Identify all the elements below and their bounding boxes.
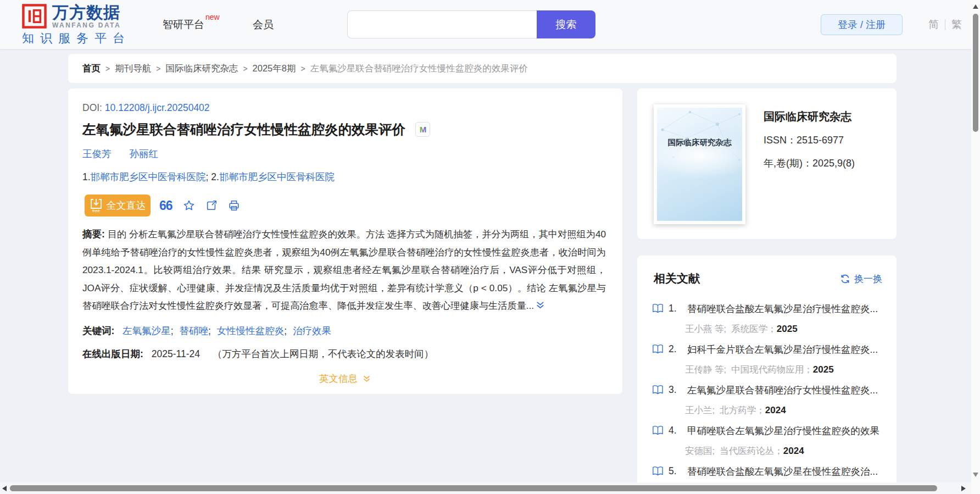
expand-abstract-icon[interactable] [535,298,545,317]
journal-cover-title: 国际临床研究杂志 [657,137,742,148]
publish-date-line: 在线出版日期: 2025-11-24 （万方平台首次上网日期，不代表论文的发表时… [82,347,433,360]
horizontal-scrollbar[interactable] [0,482,971,494]
medical-badge-icon[interactable]: M [415,122,430,137]
book-icon [652,466,664,476]
scroll-left-arrow[interactable] [2,486,7,491]
article-title-row: 左氧氟沙星联合替硝唑治疗女性慢性盆腔炎的效果评价 M [82,120,430,138]
vertical-scrollbar[interactable] [971,0,980,482]
related-articles-card: 相关文献 换一换 1.替硝唑联合盐酸左氧氟沙星治疗慢性盆腔炎...王小燕 等; … [637,256,897,494]
free-download-icon: free [90,198,103,213]
nav-member[interactable]: 会员 [253,0,274,49]
brand-name: 万方数据 [52,4,121,21]
affiliation-link[interactable]: 邯郸市肥乡区中医骨科医院 [219,171,335,182]
scrollbar-corner [971,482,980,494]
breadcrumb-issue[interactable]: 2025年8期 [253,63,296,75]
scroll-right-arrow[interactable] [961,486,966,491]
breadcrumb-home[interactable]: 首页 [82,63,101,75]
refresh-related-button[interactable]: 换一换 [840,273,882,285]
related-item: 3.左氧氟沙星联合替硝唑治疗女性慢性盆腔炎...王小兰; 北方药学；2024 [652,380,882,420]
publish-date-note: （万方平台首次上网日期，不代表论文的发表时间） [213,348,434,359]
nav-zhiyan-platform[interactable]: 智研平台 new [163,0,220,49]
brand-name-en: WANFANG DATA [52,21,121,29]
fulltext-button[interactable]: free 全文直达 [85,195,151,217]
related-item-title[interactable]: 妇科千金片联合左氧氟沙星治疗慢性盆腔炎... [687,343,882,356]
english-info-toggle[interactable]: 英文信息 [68,372,622,385]
keywords-line: 关键词: 左氧氟沙星; 替硝唑; 女性慢性盆腔炎; 治疗效果 [82,324,331,337]
related-item-meta: 王小燕 等; 系统医学；2025 [685,319,882,339]
favorite-star-icon[interactable] [183,199,195,212]
doi-link[interactable]: 10.12208/j.ijcr.20250402 [105,102,210,113]
svg-text:free: free [92,208,100,213]
related-item-meta: 王传静 等; 中国现代药物应用；2025 [685,359,882,380]
search-bar: 搜索 [347,10,595,38]
affiliation-number: 1. [82,171,91,182]
journal-name[interactable]: 国际临床研究杂志 [764,109,851,124]
keyword-link[interactable]: 替硝唑 [179,325,208,336]
journal-volume: 年,卷(期)：2025,9(8) [764,157,855,170]
publish-date: 2025-11-24 [152,348,200,359]
header: 万方数据 WANFANG DATA 知识服务平台 智研平台 new 会员 搜索 … [0,0,971,49]
login-register-button[interactable]: 登录 / 注册 [821,14,903,35]
vertical-scroll-thumb[interactable] [973,14,978,132]
scroll-up-arrow[interactable] [973,4,978,9]
breadcrumb: 首页 > 期刊导航 > 国际临床研究杂志 > 2025年8期 > 左氧氟沙星联合… [68,54,897,83]
abstract-label: 摘要: [82,229,105,240]
doi-line: DOI: 10.12208/j.ijcr.20250402 [82,102,210,114]
search-input[interactable] [347,10,537,38]
affiliation-separator: ; [206,171,211,182]
breadcrumb-separator: > [156,64,160,73]
affiliation-link[interactable]: 邯郸市肥乡区中医骨科医院 [91,171,206,182]
affiliation-list: 1.邯郸市肥乡区中医骨科医院; 2.邯郸市肥乡区中医骨科医院 [82,170,335,184]
book-icon [652,303,664,314]
article-actions: free 全文直达 66 [85,195,240,217]
publish-date-label: 在线出版日期: [82,348,143,359]
brand-tagline: 知识服务平台 [22,30,137,47]
refresh-icon [840,274,850,284]
book-icon [652,425,664,436]
related-title: 相关文献 [654,271,700,286]
related-item: 1.替硝唑联合盐酸左氧氟沙星治疗慢性盆腔炎...王小燕 等; 系统医学；2025 [652,298,882,339]
author-link[interactable]: 孙丽红 [129,148,158,159]
related-list: 1.替硝唑联合盐酸左氧氟沙星治疗慢性盆腔炎...王小燕 等; 系统医学；2025… [652,298,882,481]
related-item: 5.替硝唑联合盐酸左氧氟沙星在慢性盆腔炎治... [652,461,882,481]
horizontal-scroll-thumb[interactable] [10,485,937,491]
keyword-link[interactable]: 左氧氟沙星 [122,325,171,336]
chevron-down-icon [362,374,371,384]
breadcrumb-journal[interactable]: 国际临床研究杂志 [165,63,238,75]
related-item: 4.甲硝唑联合左氧氟沙星治疗慢性盆腔炎的效果安德国; 当代医药论丛；2024 [652,420,882,461]
scroll-down-arrow[interactable] [973,473,978,477]
related-item-title[interactable]: 替硝唑联合盐酸左氧氟沙星治疗慢性盆腔炎... [687,302,882,315]
keyword-link[interactable]: 女性慢性盆腔炎 [217,325,285,336]
book-icon [652,344,664,354]
svg-text:M: M [419,125,426,134]
lang-traditional[interactable]: 繁 [951,18,962,32]
related-item-title[interactable]: 甲硝唑联合左氧氟沙星治疗慢性盆腔炎的效果 [687,424,882,437]
related-item-meta: 安德国; 当代医药论丛；2024 [685,441,882,461]
related-item-title[interactable]: 左氧氟沙星联合替硝唑治疗女性慢性盆腔炎... [687,384,882,397]
author-link[interactable]: 王俊芳 [82,148,112,159]
search-button[interactable]: 搜索 [537,10,595,38]
lang-simplified[interactable]: 简 [928,18,939,32]
wanfang-logo-icon [22,4,47,29]
breadcrumb-current: 左氧氟沙星联合替硝唑治疗女性慢性盆腔炎的效果评价 [310,63,528,75]
wanfang-logo[interactable]: 万方数据 WANFANG DATA 知识服务平台 [22,4,137,47]
article-title: 左氧氟沙星联合替硝唑治疗女性慢性盆腔炎的效果评价 [82,120,405,138]
related-item-number: 1. [669,303,687,314]
lang-divider [945,19,945,30]
journal-cover[interactable]: 国际临床研究杂志 [654,104,745,224]
cite-icon[interactable]: 66 [159,199,172,212]
print-icon[interactable] [228,199,240,212]
author-list: 王俊芳 孙丽红 [82,147,174,160]
affiliation-number: 2. [211,171,219,182]
language-toggle: 简 繁 [928,0,962,49]
breadcrumb-journal-nav[interactable]: 期刊导航 [115,63,151,75]
book-icon [652,385,664,395]
related-item-number: 4. [669,425,687,436]
breadcrumb-separator: > [243,64,247,73]
keyword-link[interactable]: 治疗效果 [293,325,331,336]
share-icon[interactable] [205,199,218,212]
related-item-title[interactable]: 替硝唑联合盐酸左氧氟沙星在慢性盆腔炎治... [687,465,882,478]
abstract-text: 目的 分析左氧氟沙星联合替硝唑治疗女性慢性盆腔炎的效果。方法 选择方式为随机抽签… [82,229,606,311]
breadcrumb-separator: > [300,64,305,73]
new-badge: new [205,13,220,21]
